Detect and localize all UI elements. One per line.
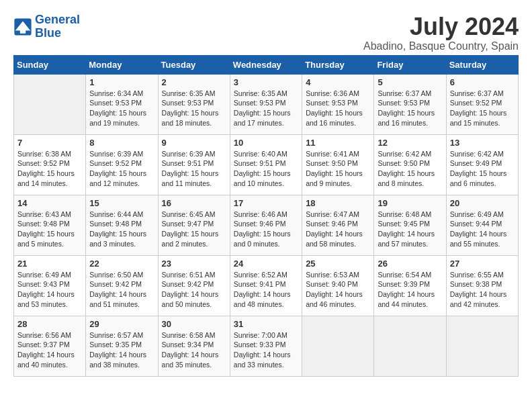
day-info: Sunrise: 6:39 AM Sunset: 9:51 PM Dayligh… [162, 149, 226, 189]
calendar-cell: 8Sunrise: 6:39 AM Sunset: 9:52 PM Daylig… [86, 134, 158, 195]
calendar-cell [302, 316, 374, 376]
calendar-cell: 17Sunrise: 6:46 AM Sunset: 9:46 PM Dayli… [230, 195, 302, 255]
day-number: 26 [378, 259, 442, 269]
logo-icon [13, 17, 32, 36]
day-info: Sunrise: 6:34 AM Sunset: 9:53 PM Dayligh… [89, 89, 154, 128]
calendar-cell: 29Sunrise: 6:57 AM Sunset: 9:35 PM Dayli… [86, 316, 158, 376]
day-info: Sunrise: 6:42 AM Sunset: 9:50 PM Dayligh… [378, 149, 442, 189]
svg-rect-2 [20, 29, 26, 34]
day-number: 1 [89, 77, 154, 87]
calendar-cell: 13Sunrise: 6:42 AM Sunset: 9:49 PM Dayli… [446, 134, 518, 195]
day-info: Sunrise: 6:48 AM Sunset: 9:45 PM Dayligh… [378, 210, 442, 249]
day-number: 20 [450, 198, 515, 208]
day-number: 30 [162, 319, 226, 329]
day-number: 11 [306, 138, 370, 148]
day-info: Sunrise: 6:49 AM Sunset: 9:43 PM Dayligh… [17, 270, 82, 310]
col-header-friday: Friday [374, 55, 446, 74]
day-number: 27 [450, 259, 515, 269]
day-info: Sunrise: 6:58 AM Sunset: 9:34 PM Dayligh… [162, 330, 226, 370]
calendar-cell: 27Sunrise: 6:55 AM Sunset: 9:38 PM Dayli… [446, 255, 518, 316]
title-block: July 2024 Abadino, Basque Country, Spain [363, 13, 519, 52]
day-info: Sunrise: 6:35 AM Sunset: 9:53 PM Dayligh… [162, 89, 226, 128]
calendar-cell: 1Sunrise: 6:34 AM Sunset: 9:53 PM Daylig… [86, 74, 158, 134]
day-info: Sunrise: 6:50 AM Sunset: 9:42 PM Dayligh… [89, 270, 154, 310]
week-row-3: 14Sunrise: 6:43 AM Sunset: 9:48 PM Dayli… [14, 195, 519, 255]
day-number: 10 [234, 138, 298, 148]
calendar-cell: 19Sunrise: 6:48 AM Sunset: 9:45 PM Dayli… [374, 195, 446, 255]
calendar-cell: 2Sunrise: 6:35 AM Sunset: 9:53 PM Daylig… [158, 74, 230, 134]
day-info: Sunrise: 6:53 AM Sunset: 9:40 PM Dayligh… [306, 270, 370, 310]
calendar-cell: 5Sunrise: 6:37 AM Sunset: 9:53 PM Daylig… [374, 74, 446, 134]
day-number: 23 [162, 259, 226, 269]
day-number: 8 [89, 138, 154, 148]
day-number: 19 [378, 198, 442, 208]
day-number: 15 [89, 198, 154, 208]
day-number: 17 [234, 198, 298, 208]
calendar-cell: 10Sunrise: 6:40 AM Sunset: 9:51 PM Dayli… [230, 134, 302, 195]
day-number: 31 [234, 319, 298, 329]
day-info: Sunrise: 6:40 AM Sunset: 9:51 PM Dayligh… [234, 149, 298, 189]
day-info: Sunrise: 6:39 AM Sunset: 9:52 PM Dayligh… [89, 149, 154, 189]
day-number: 13 [450, 138, 515, 148]
day-info: Sunrise: 7:00 AM Sunset: 9:33 PM Dayligh… [234, 330, 298, 370]
day-number: 24 [234, 259, 298, 269]
col-header-thursday: Thursday [302, 55, 374, 74]
day-number: 28 [17, 319, 82, 329]
calendar-cell: 6Sunrise: 6:37 AM Sunset: 9:52 PM Daylig… [446, 74, 518, 134]
col-header-tuesday: Tuesday [158, 55, 230, 74]
day-number: 9 [162, 138, 226, 148]
day-number: 21 [17, 259, 82, 269]
calendar-cell: 14Sunrise: 6:43 AM Sunset: 9:48 PM Dayli… [14, 195, 86, 255]
calendar-cell: 26Sunrise: 6:54 AM Sunset: 9:39 PM Dayli… [374, 255, 446, 316]
calendar-cell: 21Sunrise: 6:49 AM Sunset: 9:43 PM Dayli… [14, 255, 86, 316]
calendar-cell [446, 316, 518, 376]
day-info: Sunrise: 6:47 AM Sunset: 9:46 PM Dayligh… [306, 210, 370, 249]
day-number: 2 [162, 77, 226, 87]
day-info: Sunrise: 6:52 AM Sunset: 9:41 PM Dayligh… [234, 270, 298, 310]
calendar-cell: 7Sunrise: 6:38 AM Sunset: 9:52 PM Daylig… [14, 134, 86, 195]
day-info: Sunrise: 6:49 AM Sunset: 9:44 PM Dayligh… [450, 210, 515, 249]
calendar-cell: 4Sunrise: 6:36 AM Sunset: 9:53 PM Daylig… [302, 74, 374, 134]
calendar-cell: 25Sunrise: 6:53 AM Sunset: 9:40 PM Dayli… [302, 255, 374, 316]
day-info: Sunrise: 6:54 AM Sunset: 9:39 PM Dayligh… [378, 270, 442, 310]
day-number: 29 [89, 319, 154, 329]
day-info: Sunrise: 6:41 AM Sunset: 9:50 PM Dayligh… [306, 149, 370, 189]
day-number: 6 [450, 77, 515, 87]
week-row-5: 28Sunrise: 6:56 AM Sunset: 9:37 PM Dayli… [14, 316, 519, 376]
calendar-cell: 24Sunrise: 6:52 AM Sunset: 9:41 PM Dayli… [230, 255, 302, 316]
col-header-sunday: Sunday [14, 55, 86, 74]
day-number: 18 [306, 198, 370, 208]
calendar-cell [14, 74, 86, 134]
logo-text: General Blue [35, 13, 80, 40]
calendar-cell: 30Sunrise: 6:58 AM Sunset: 9:34 PM Dayli… [158, 316, 230, 376]
day-info: Sunrise: 6:57 AM Sunset: 9:35 PM Dayligh… [89, 330, 154, 370]
day-info: Sunrise: 6:43 AM Sunset: 9:48 PM Dayligh… [17, 210, 82, 249]
day-info: Sunrise: 6:46 AM Sunset: 9:46 PM Dayligh… [234, 210, 298, 249]
day-number: 22 [89, 259, 154, 269]
col-header-saturday: Saturday [446, 55, 518, 74]
day-number: 3 [234, 77, 298, 87]
month-year: July 2024 [363, 13, 519, 40]
calendar-cell: 31Sunrise: 7:00 AM Sunset: 9:33 PM Dayli… [230, 316, 302, 376]
calendar-cell: 16Sunrise: 6:45 AM Sunset: 9:47 PM Dayli… [158, 195, 230, 255]
day-info: Sunrise: 6:51 AM Sunset: 9:42 PM Dayligh… [162, 270, 226, 310]
day-number: 16 [162, 198, 226, 208]
col-header-wednesday: Wednesday [230, 55, 302, 74]
week-row-4: 21Sunrise: 6:49 AM Sunset: 9:43 PM Dayli… [14, 255, 519, 316]
day-info: Sunrise: 6:55 AM Sunset: 9:38 PM Dayligh… [450, 270, 515, 310]
calendar-cell: 22Sunrise: 6:50 AM Sunset: 9:42 PM Dayli… [86, 255, 158, 316]
day-number: 25 [306, 259, 370, 269]
location: Abadino, Basque Country, Spain [363, 40, 519, 52]
calendar-cell: 3Sunrise: 6:35 AM Sunset: 9:53 PM Daylig… [230, 74, 302, 134]
page-header: General Blue July 2024 Abadino, Basque C… [13, 13, 519, 52]
day-info: Sunrise: 6:35 AM Sunset: 9:53 PM Dayligh… [234, 89, 298, 128]
calendar-table: SundayMondayTuesdayWednesdayThursdayFrid… [13, 55, 519, 377]
calendar-cell [374, 316, 446, 376]
calendar-cell: 15Sunrise: 6:44 AM Sunset: 9:48 PM Dayli… [86, 195, 158, 255]
day-number: 5 [378, 77, 442, 87]
day-info: Sunrise: 6:36 AM Sunset: 9:53 PM Dayligh… [306, 89, 370, 128]
day-number: 12 [378, 138, 442, 148]
calendar-cell: 18Sunrise: 6:47 AM Sunset: 9:46 PM Dayli… [302, 195, 374, 255]
day-number: 7 [17, 138, 82, 148]
week-row-2: 7Sunrise: 6:38 AM Sunset: 9:52 PM Daylig… [14, 134, 519, 195]
